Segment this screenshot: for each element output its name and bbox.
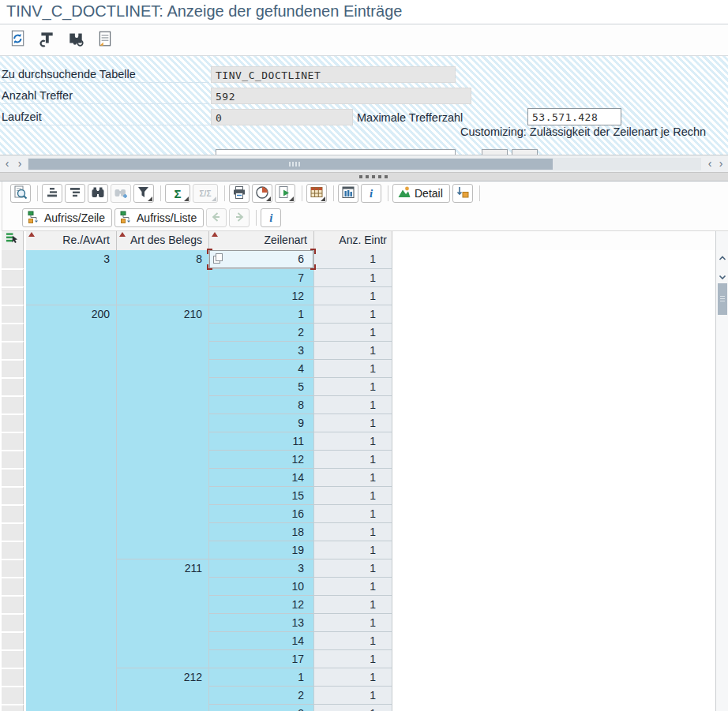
info-button-2[interactable]: i — [261, 208, 281, 227]
select-all-button[interactable] — [2, 231, 24, 251]
cell-re-avart[interactable] — [26, 559, 117, 577]
forward-button[interactable] — [229, 208, 250, 227]
row-selector[interactable] — [2, 432, 24, 450]
cell-art-des-belegs[interactable] — [117, 504, 209, 522]
cell-zeilenart[interactable]: 14 — [209, 468, 314, 486]
cell-art-des-belegs[interactable] — [117, 686, 209, 704]
aufriss-zeile-button[interactable]: Aufriss/Zeile — [22, 208, 112, 227]
cell-re-avart[interactable] — [26, 395, 117, 414]
row-selector[interactable] — [2, 649, 24, 668]
row-selector[interactable] — [2, 504, 24, 522]
graphic-button[interactable] — [338, 184, 358, 203]
column-header-zeilenart[interactable]: Zeilenart — [209, 231, 314, 251]
row-selector[interactable] — [2, 486, 24, 504]
cell-re-avart[interactable] — [26, 522, 117, 541]
sum-button[interactable]: Σ — [165, 184, 190, 203]
cell-zeilenart[interactable]: 6 — [209, 250, 314, 268]
row-selector[interactable] — [2, 377, 24, 395]
cell-re-avart[interactable] — [26, 486, 117, 504]
runtime-field[interactable]: 0 — [211, 109, 353, 125]
scroll-left-icon[interactable]: ‹ — [2, 156, 13, 172]
cell-re-avart[interactable]: 3 — [26, 250, 117, 268]
cell-zeilenart[interactable]: 3 — [209, 704, 314, 711]
cell-zeilenart[interactable]: 13 — [209, 613, 314, 631]
scroll-down-icon[interactable] — [718, 271, 727, 280]
row-selector[interactable] — [2, 305, 24, 323]
row-selector[interactable] — [2, 668, 24, 686]
scroll-right-icon-2[interactable]: › — [715, 156, 726, 172]
cell-art-des-belegs[interactable] — [117, 468, 209, 486]
subtotal-button[interactable]: Σ/Σ — [193, 184, 218, 203]
cell-zeilenart[interactable]: 10 — [209, 577, 314, 595]
cell-art-des-belegs[interactable] — [117, 414, 209, 432]
cell-zeilenart[interactable]: 18 — [209, 522, 314, 541]
row-selector[interactable] — [2, 522, 24, 541]
refresh-button[interactable] — [8, 31, 27, 50]
cell-re-avart[interactable] — [26, 704, 117, 711]
cell-anz-eintr[interactable]: 1 — [314, 450, 392, 468]
column-header-re-avart[interactable]: Re./AvArt — [26, 231, 117, 251]
cell-art-des-belegs[interactable] — [117, 631, 209, 649]
cell-anz-eintr[interactable]: 1 — [314, 468, 392, 486]
cell-re-avart[interactable] — [26, 613, 117, 631]
cell-art-des-belegs[interactable] — [117, 323, 209, 341]
cell-anz-eintr[interactable]: 1 — [314, 486, 392, 504]
assign-button[interactable] — [66, 31, 85, 50]
cell-art-des-belegs[interactable]: 211 — [117, 559, 209, 577]
cell-anz-eintr[interactable]: 1 — [314, 250, 392, 268]
cell-art-des-belegs[interactable]: 212 — [117, 668, 209, 686]
cell-art-des-belegs[interactable] — [117, 341, 209, 359]
cell-art-des-belegs[interactable] — [117, 522, 209, 541]
cell-anz-eintr[interactable]: 1 — [314, 377, 392, 395]
cell-art-des-belegs[interactable] — [117, 613, 209, 631]
row-selector[interactable] — [2, 704, 24, 711]
cell-zeilenart[interactable]: 2 — [209, 323, 314, 341]
cell-re-avart[interactable] — [26, 432, 117, 450]
cell-anz-eintr[interactable]: 1 — [314, 522, 392, 541]
cell-zeilenart[interactable]: 14 — [209, 631, 314, 649]
cell-art-des-belegs[interactable] — [117, 450, 209, 468]
cell-zeilenart[interactable]: 12 — [209, 595, 314, 613]
cell-re-avart[interactable] — [26, 268, 117, 286]
clipped-button-1[interactable] — [482, 149, 508, 155]
history-button[interactable] — [452, 184, 473, 203]
row-selector[interactable] — [2, 323, 24, 341]
cell-art-des-belegs[interactable] — [117, 395, 209, 414]
details-button[interactable] — [10, 184, 31, 203]
layout-button[interactable] — [306, 184, 327, 203]
info-button[interactable]: i — [361, 184, 381, 203]
cell-zeilenart[interactable]: 1 — [209, 668, 314, 686]
aufriss-liste-button[interactable]: Aufriss/Liste — [114, 208, 204, 227]
row-selector[interactable] — [2, 595, 24, 613]
cell-art-des-belegs[interactable]: 8 — [117, 250, 209, 268]
row-selector[interactable] — [2, 468, 24, 486]
detail-button[interactable]: Detail — [392, 184, 450, 203]
cell-anz-eintr[interactable]: 1 — [314, 414, 392, 432]
print-button[interactable] — [229, 184, 250, 203]
protocol-button[interactable] — [96, 31, 114, 50]
back-button[interactable] — [206, 208, 227, 227]
cell-art-des-belegs[interactable] — [117, 377, 209, 395]
cell-art-des-belegs[interactable]: 210 — [117, 305, 209, 323]
cell-re-avart[interactable] — [26, 414, 117, 432]
cell-re-avart[interactable] — [26, 686, 117, 704]
max-hits-field[interactable]: 53.571.428 — [527, 108, 621, 125]
cell-art-des-belegs[interactable] — [117, 268, 209, 286]
views-button[interactable] — [252, 184, 272, 203]
cell-re-avart[interactable] — [26, 504, 117, 522]
vscroll-thumb[interactable] — [718, 283, 727, 315]
cell-re-avart[interactable] — [26, 450, 117, 468]
cell-re-avart[interactable] — [26, 286, 117, 305]
cell-anz-eintr[interactable]: 1 — [314, 631, 392, 649]
cell-re-avart[interactable] — [26, 468, 117, 486]
cell-zeilenart[interactable]: 7 — [209, 268, 314, 286]
pane-splitter[interactable] — [0, 172, 728, 181]
cell-zeilenart[interactable]: 3 — [209, 341, 314, 359]
row-selector[interactable] — [2, 414, 24, 432]
cell-anz-eintr[interactable]: 1 — [314, 323, 392, 341]
horizontal-scrollbar[interactable]: ‹ › ‹ › — [0, 155, 728, 172]
row-selector[interactable] — [2, 613, 24, 631]
cell-zeilenart[interactable]: 5 — [209, 377, 314, 395]
cell-zeilenart[interactable]: 4 — [209, 359, 314, 377]
row-selector[interactable] — [2, 250, 24, 268]
